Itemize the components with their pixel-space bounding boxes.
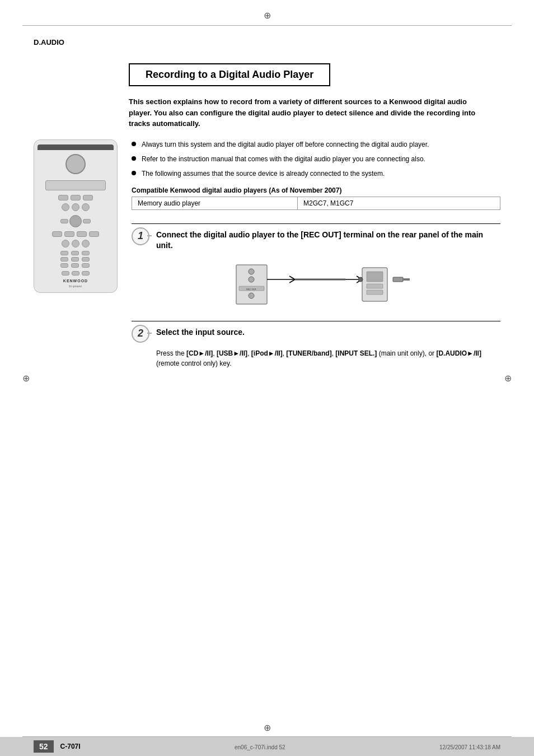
svg-rect-15 (367, 284, 383, 288)
remote-btn-extra (82, 271, 90, 276)
remote-btn-circle (82, 203, 90, 211)
bullet-dot (132, 171, 136, 175)
intro-text: This section explains how to record from… (129, 96, 489, 129)
remote-btn-circle (72, 203, 79, 211)
remote-num9 (82, 263, 90, 268)
svg-text:REC OUT: REC OUT (246, 288, 257, 291)
title-box: Recording to a Digital Audio Player (129, 63, 330, 86)
remote-num2 (71, 251, 79, 255)
right-registration-mark: ⊕ (504, 373, 512, 384)
svg-rect-14 (367, 272, 383, 282)
bottom-section: ⊕ 52 C-707I en06_c-707i.indd 52 12/25/20… (0, 717, 534, 756)
remote-top-strip (38, 144, 114, 150)
remote-btn (64, 231, 74, 237)
remote-row5 (62, 271, 90, 276)
step-2-title: Select the input source. (156, 327, 245, 338)
svg-rect-17 (393, 277, 403, 282)
header-section: D.AUDIO (0, 30, 534, 46)
remote-display (45, 180, 106, 190)
two-column-layout: KENWOOD hi-power Always turn this system… (34, 139, 500, 380)
remote-row4 (62, 240, 90, 248)
remote-model-label: hi-power (69, 284, 82, 288)
remote-btn (83, 195, 93, 200)
remote-num5 (71, 257, 79, 262)
bottom-center: en06_c-707i.indd 52 (235, 743, 285, 751)
remote-image-col: KENWOOD hi-power (34, 139, 120, 293)
top-hr-line (22, 25, 512, 26)
remote-btn (89, 231, 99, 237)
remote-btn-0 (72, 271, 79, 276)
remote-btn-extra (62, 271, 69, 276)
remote-brand-label: KENWOOD (63, 279, 88, 283)
bullet-item-3: The following assumes that the source de… (132, 169, 500, 179)
remote-dpad-area (60, 215, 91, 227)
bottom-bar: 52 C-707I en06_c-707i.indd 52 12/25/2007… (0, 737, 534, 756)
page-number: 52 (34, 740, 54, 753)
step-1-title: Connect the digital audio player to the … (156, 230, 500, 251)
remote-numpad (60, 251, 91, 268)
remote-center (69, 215, 82, 227)
bullet-list: Always turn this system and the digital … (132, 139, 500, 179)
remote-btn-circle (82, 240, 90, 248)
remote-num1 (60, 251, 68, 255)
svg-point-19 (358, 277, 363, 282)
connection-diagram: REC OUT (156, 259, 500, 310)
content-col: Always turn this system and the digital … (132, 139, 500, 380)
remote-btn-circle (72, 240, 79, 248)
compat-table: Memory audio player M2GC7, M1GC7 (132, 197, 500, 210)
bottom-right: 12/25/2007 11:43:18 AM (439, 743, 500, 751)
step-2-section: 2 Select the input source. Press the [CD… (132, 321, 500, 368)
page-title: Recording to a Digital Audio Player (146, 69, 313, 81)
remote-num4 (60, 257, 68, 262)
svg-rect-18 (403, 278, 410, 281)
svg-point-5 (249, 293, 254, 298)
main-content: Recording to a Digital Audio Player This… (0, 52, 534, 391)
remote-row3 (52, 231, 99, 237)
remote-btn-circle (62, 240, 69, 248)
bottom-left: 52 C-707I (34, 740, 81, 753)
bullet-item-1: Always turn this system and the digital … (132, 139, 500, 150)
step-1-header: 1 Connect the digital audio player to th… (132, 223, 500, 251)
remote-btn (77, 231, 87, 237)
connection-diagram-svg: REC OUT (233, 259, 424, 310)
bullet-text-2: Refer to the instruction manual that com… (142, 154, 425, 164)
daudio-label: D.AUDIO (34, 37, 64, 46)
remote-btn (71, 195, 81, 200)
page-container: ⊕ D.AUDIO Recording to a Digital Audio P… (0, 0, 534, 756)
footer-date: 12/25/2007 11:43:18 AM (439, 744, 500, 750)
bullet-text-1: Always turn this system and the digital … (142, 139, 429, 150)
remote-row1 (58, 195, 93, 200)
bullet-dot (132, 156, 136, 161)
left-registration-mark: ⊕ (22, 373, 30, 384)
bullet-dot (132, 142, 136, 146)
remote-row2 (62, 203, 90, 211)
compat-label: Compatible Kenwood digital audio players… (132, 186, 500, 194)
remote-btn (58, 195, 68, 200)
remote-dpad-row (60, 215, 91, 227)
svg-line-7 (289, 276, 295, 279)
svg-point-2 (249, 277, 254, 282)
remote-power-btn (65, 154, 86, 174)
step-2-number: 2 (132, 325, 149, 343)
compat-table-row: Memory audio player M2GC7, M1GC7 (132, 197, 500, 209)
compat-type: Memory audio player (132, 197, 298, 209)
remote-num7 (60, 263, 68, 268)
footer-file: en06_c-707i.indd 52 (235, 744, 285, 750)
remote-btn (52, 231, 62, 237)
compat-model: M2GC7, M1GC7 (298, 197, 500, 209)
remote-num8 (71, 263, 79, 268)
step-1-number: 1 (132, 227, 149, 245)
top-registration-mark: ⊕ (0, 0, 534, 25)
remote-num6 (82, 257, 90, 262)
remote-btn-circle (62, 203, 69, 211)
step-2-body-text: Press the [CD►/II], [USB►/II], [iPod►/II… (156, 349, 481, 367)
bullet-text-3: The following assumes that the source de… (142, 169, 385, 179)
remote-control-image: KENWOOD hi-power (34, 139, 118, 293)
step-1-section: 1 Connect the digital audio player to th… (132, 223, 500, 310)
svg-line-8 (289, 279, 295, 283)
remote-left (60, 219, 68, 223)
svg-point-1 (249, 269, 254, 274)
remote-num3 (82, 251, 90, 255)
remote-right (83, 219, 91, 223)
bullet-item-2: Refer to the instruction manual that com… (132, 154, 500, 164)
